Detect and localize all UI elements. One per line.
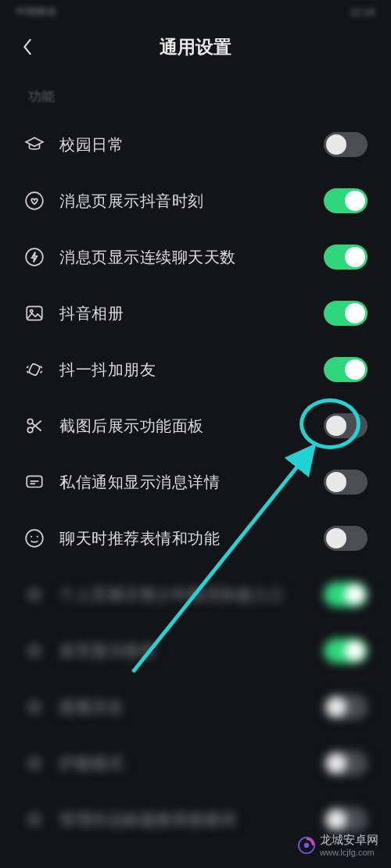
- toggle-screenshot-panel[interactable]: [324, 413, 368, 438]
- row-blurred: 护眼模式: [23, 735, 368, 791]
- scissors-icon: [23, 415, 45, 437]
- svg-point-10: [37, 536, 38, 538]
- graduation-cap-icon: [23, 134, 45, 155]
- status-bar: 中国移动 22:16: [0, 0, 391, 23]
- row-shake-friends: 抖一抖加朋友: [23, 341, 368, 398]
- row-label: 校园日常: [59, 134, 310, 155]
- toggle-douyin-moments[interactable]: [324, 188, 368, 213]
- svg-point-6: [27, 427, 33, 433]
- svg-point-11: [30, 590, 40, 600]
- watermark: 龙城安卓网 www.lcjfg.com: [298, 833, 378, 857]
- toggle-campus-daily[interactable]: [324, 132, 368, 157]
- status-time: 22:16: [350, 6, 375, 18]
- row-blurred: 观看历史: [23, 679, 368, 735]
- watermark-url: www.lcjfg.com: [320, 848, 378, 857]
- row-label: 管理作品标题推荐搜索词: [59, 809, 310, 830]
- svg-point-3: [30, 310, 33, 313]
- svg-point-14: [30, 759, 40, 769]
- watermark-text: 龙城安卓网: [320, 833, 378, 848]
- blur-icon: [23, 696, 45, 718]
- row-label: 截图后展示功能面板: [59, 416, 310, 437]
- row-label: 私信通知显示消息详情: [59, 472, 310, 493]
- blurred-section: 个人页展示青少年模式快捷入口 首页显示推荐 观看历史 护眼模式 管理作品标题推荐…: [23, 566, 368, 848]
- blur-icon: [23, 809, 45, 830]
- toggle-blurred[interactable]: [324, 807, 368, 832]
- heart-circle-icon: [23, 190, 45, 212]
- svg-point-12: [30, 646, 40, 656]
- row-label: 首页显示推荐: [59, 641, 310, 662]
- svg-point-13: [30, 702, 40, 713]
- svg-point-5: [27, 419, 33, 424]
- row-screenshot-panel: 截图后展示功能面板: [23, 398, 368, 454]
- row-dm-detail: 私信通知显示消息详情: [23, 454, 368, 510]
- toggle-shake-friends[interactable]: [324, 357, 368, 382]
- row-label: 护眼模式: [59, 753, 310, 774]
- blur-icon: [23, 752, 45, 774]
- toggle-blurred[interactable]: [324, 695, 368, 720]
- svg-rect-4: [28, 363, 40, 376]
- row-campus-daily: 校园日常: [23, 116, 368, 173]
- svg-point-15: [30, 815, 40, 825]
- toggle-douyin-album[interactable]: [324, 301, 368, 326]
- blur-icon: [23, 640, 45, 662]
- row-blurred: 个人页展示青少年模式快捷入口: [23, 566, 368, 623]
- row-label: 抖一抖加朋友: [59, 359, 310, 380]
- chevron-left-icon: [22, 38, 33, 55]
- svg-point-1: [26, 248, 43, 266]
- toggle-blurred[interactable]: [324, 582, 368, 607]
- flash-circle-icon: [23, 246, 45, 268]
- row-label: 消息页显示连续聊天天数: [59, 247, 310, 268]
- row-label: 消息页展示抖音时刻: [59, 191, 310, 212]
- row-emoji-suggest: 聊天时推荐表情和功能: [23, 510, 368, 566]
- watermark-logo-icon: [298, 837, 315, 854]
- toggle-dm-detail[interactable]: [324, 470, 368, 495]
- row-label: 观看历史: [59, 697, 310, 718]
- header: 通用设置: [0, 23, 391, 70]
- image-icon: [23, 302, 45, 324]
- row-blurred: 首页显示推荐: [23, 623, 368, 679]
- svg-rect-2: [27, 306, 42, 320]
- toggle-blurred[interactable]: [324, 638, 368, 663]
- smile-icon: [23, 527, 45, 549]
- shake-icon: [23, 359, 45, 380]
- page-title: 通用设置: [160, 35, 231, 59]
- svg-point-18: [304, 842, 309, 847]
- toggle-emoji-suggest[interactable]: [324, 526, 368, 551]
- row-douyin-moments: 消息页展示抖音时刻: [23, 173, 368, 229]
- svg-point-9: [30, 536, 32, 538]
- toggle-blurred[interactable]: [324, 751, 368, 776]
- back-button[interactable]: [16, 35, 39, 59]
- status-carrier: 中国移动: [16, 5, 56, 19]
- blur-icon: [23, 584, 45, 605]
- row-label: 抖音相册: [59, 303, 310, 324]
- row-chat-days: 消息页显示连续聊天天数: [23, 229, 368, 285]
- row-label: 个人页展示青少年模式快捷入口: [59, 584, 310, 605]
- row-label: 聊天时推荐表情和功能: [59, 528, 310, 549]
- message-icon: [23, 471, 45, 493]
- section-label: 功能: [0, 70, 391, 116]
- svg-point-8: [26, 530, 43, 547]
- settings-list: 校园日常 消息页展示抖音时刻 消息页显示连续聊天天数 抖音相册 抖一抖加朋友: [0, 116, 391, 848]
- row-douyin-album: 抖音相册: [23, 285, 368, 341]
- toggle-chat-days[interactable]: [324, 245, 368, 270]
